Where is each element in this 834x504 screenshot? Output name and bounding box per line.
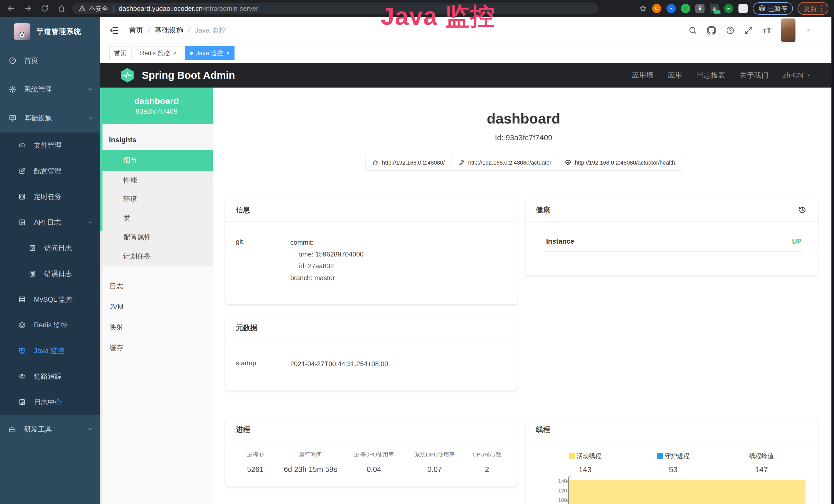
thread-legend-活动线程: 活动线程	[541, 452, 629, 460]
gauge-icon	[9, 57, 17, 65]
ext-puzzle-icon[interactable]	[739, 4, 748, 13]
instance-id-line: Id: 93a3fc7f7409	[213, 133, 834, 142]
browser-menu-icon[interactable]	[821, 5, 822, 12]
gear-icon	[9, 86, 17, 93]
security-label[interactable]: 不安全	[89, 4, 108, 13]
sidebar-item-基础设施[interactable]: 基础设施	[0, 104, 100, 133]
tab-label: Java 监控	[196, 49, 223, 57]
breadcrumb-item-基础设施[interactable]: 基础设施	[155, 25, 183, 35]
browser-reload-icon[interactable]	[40, 3, 50, 14]
process-value: 2	[465, 465, 509, 474]
sba-menu-类[interactable]: 类	[100, 209, 213, 228]
sidebar-item-Java 监控[interactable]: Java 监控	[0, 338, 100, 364]
sba-menu-日志[interactable]: 日志	[100, 276, 213, 297]
edit-icon	[19, 167, 27, 175]
ext-leaf-icon[interactable]: ❧	[724, 4, 733, 13]
github-icon[interactable]	[707, 26, 716, 35]
thread-value-活动线程: 143	[541, 465, 629, 474]
address-bar[interactable]: 不安全 dashboard.yudao.iocoder.cn /infra/ad…	[72, 3, 598, 15]
tab-close-icon[interactable]: ×	[173, 50, 176, 56]
sba-menu-性能[interactable]: 性能	[100, 171, 213, 190]
sidebar-item-链路追踪[interactable]: 链路追踪	[0, 364, 100, 389]
sidebar-item-label: 配置管理	[34, 166, 62, 176]
browser-home-icon[interactable]	[57, 3, 67, 14]
process-column-header: 系统CPU使用率	[404, 451, 465, 459]
sba-instance-header[interactable]: dashboard 93a3fc7f7409	[100, 88, 213, 124]
page-scrollbar[interactable]	[831, 17, 834, 504]
sba-menu-缓存[interactable]: 缓存	[100, 338, 213, 358]
sidebar-item-日志中心[interactable]: 日志中心	[0, 389, 100, 415]
sba-menu-环境[interactable]: 环境	[100, 190, 213, 209]
sba-menu-计划任务[interactable]: 计划任务	[100, 247, 213, 266]
profile-paused-badge[interactable]: 😀 已暂停	[753, 2, 793, 15]
user-menu-caret-icon[interactable]	[805, 27, 811, 33]
admin-sidebar: 🐰 芋道管理系统 首页 系统管理 基础设施 文件管理 配置管理 定时任务 API…	[0, 17, 100, 504]
sba-nav-日志报表[interactable]: 日志报表	[697, 70, 725, 80]
sba-locale-select[interactable]: zh-CN	[783, 71, 811, 79]
sidebar-item-Redis 监控[interactable]: Redis 监控	[0, 312, 100, 338]
user-avatar[interactable]	[781, 19, 795, 42]
sba-menu-配置属性[interactable]: 配置属性	[100, 228, 213, 247]
sidebar-item-MySQL 监控[interactable]: MySQL 监控	[0, 287, 100, 312]
bookmark-star-icon[interactable]	[639, 4, 647, 13]
sidebar-item-访问日志[interactable]: 访问日志	[0, 235, 100, 261]
sidebar-item-研发工具[interactable]: 研发工具	[0, 415, 100, 444]
sidebar-item-配置管理[interactable]: 配置管理	[0, 158, 100, 184]
sba-menu-映射[interactable]: 映射	[100, 317, 213, 338]
sidebar-item-label: 文件管理	[34, 141, 62, 150]
thread-value-线程峰值: 147	[717, 465, 806, 474]
sba-nav-关于我们[interactable]: 关于我们	[740, 70, 768, 80]
note-icon	[19, 398, 27, 406]
url-host: dashboard.yudao.iocoder.cn	[119, 5, 203, 13]
sba-logo-icon[interactable]	[119, 67, 136, 84]
ext-y-icon[interactable]: y	[681, 4, 690, 13]
tab-close-icon[interactable]: ×	[226, 50, 229, 56]
tab-首页[interactable]: 首页	[109, 46, 132, 60]
note-icon	[29, 270, 37, 277]
sba-menu-细节[interactable]: 细节	[100, 150, 213, 171]
chart-ytick-mark	[566, 500, 568, 501]
browser-update-button[interactable]: 更新	[797, 2, 828, 15]
sba-nav-应用墙[interactable]: 应用墙	[632, 70, 654, 80]
health-history-icon[interactable]	[798, 206, 807, 214]
health-instance-label[interactable]: Instance	[546, 237, 574, 246]
browser-forward-icon[interactable]	[23, 3, 33, 14]
sidebar-item-系统管理[interactable]: 系统管理	[0, 75, 100, 104]
process-column-header: 进程CPU使用率	[344, 451, 404, 459]
sidebar-item-定时任务[interactable]: 定时任务	[0, 184, 100, 209]
thread-value-守护进程: 53	[629, 465, 717, 474]
ext-onetab-icon[interactable]: ≣on	[710, 4, 719, 13]
fullscreen-icon[interactable]	[744, 26, 753, 35]
case-icon	[9, 426, 17, 433]
metadata-card: 元数据 startup 2021-04-27T00:44:31.254+08:0…	[225, 317, 517, 391]
tab-label: 首页	[114, 49, 127, 57]
instance-url-button-heartbeat[interactable]: http://192.168.0.2:48080/actuator/health	[558, 155, 682, 171]
info-line: commit:	[290, 236, 364, 248]
sidebar-item-首页[interactable]: 首页	[0, 46, 100, 75]
instance-url-button-home[interactable]: http://192.168.0.2:48080/	[365, 155, 452, 171]
sba-nav-应用[interactable]: 应用	[668, 70, 682, 80]
search-icon[interactable]	[688, 26, 697, 35]
tab-label: Redis 监控	[140, 49, 170, 57]
tab-Redis 监控[interactable]: Redis 监控 ×	[135, 46, 181, 60]
ext-grid-icon[interactable]: ⠿	[695, 4, 705, 13]
process-value: 6d 23h 15m 59s	[278, 465, 344, 474]
instance-url-button-wrench[interactable]: http://192.168.0.2:48080/actuator	[452, 155, 558, 171]
sidebar-item-错误日志[interactable]: 错误日志	[0, 261, 100, 287]
ext-pin-icon[interactable]: •	[666, 4, 676, 13]
help-icon[interactable]	[726, 26, 734, 35]
breadcrumb-item-首页[interactable]: 首页	[129, 25, 143, 35]
ext-orange-icon[interactable]: C	[652, 4, 661, 13]
app-logo-row[interactable]: 🐰 芋道管理系统	[0, 17, 100, 46]
home-icon	[372, 160, 378, 166]
sidebar-item-文件管理[interactable]: 文件管理	[0, 133, 100, 158]
sba-sidebar-scrollbar[interactable]	[100, 88, 103, 504]
browser-back-icon[interactable]	[6, 3, 16, 14]
admin-menu: 首页 系统管理 基础设施 文件管理 配置管理 定时任务 API 日志 访问日志	[0, 46, 100, 444]
tab-Java 监控[interactable]: Java 监控 ×	[185, 46, 235, 60]
sidebar-toggle-icon[interactable]	[109, 25, 119, 35]
sba-menu-JVM[interactable]: JVM	[100, 297, 213, 317]
sba-brand[interactable]: Spring Boot Admin	[142, 70, 235, 81]
font-size-icon[interactable]: тT	[763, 26, 771, 35]
sidebar-item-API 日志[interactable]: API 日志	[0, 209, 100, 235]
